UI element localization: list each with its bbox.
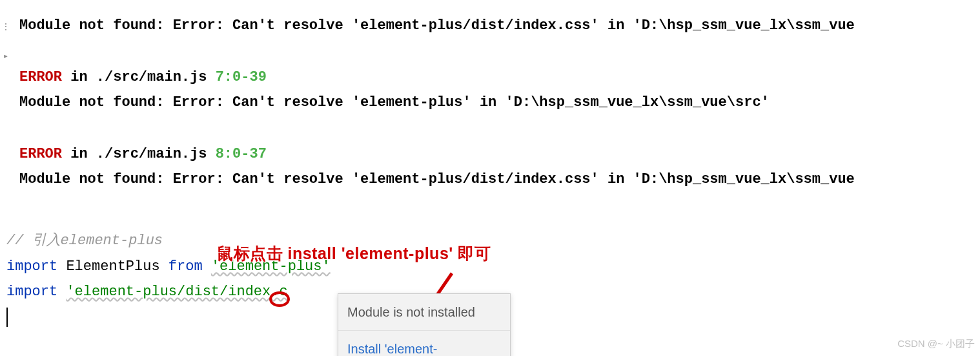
- gutter-expand-icon: ▸: [3, 48, 8, 65]
- gutter: ⋮ ▸: [0, 19, 12, 65]
- terminal-line: Module not found: Error: Can't resolve '…: [19, 13, 961, 39]
- gutter-marker-icon: ⋮: [1, 19, 10, 36]
- terminal-line: Module not found: Error: Can't resolve '…: [19, 90, 961, 116]
- tooltip-header: Module is not installed: [338, 294, 510, 331]
- error-label: ERROR: [19, 69, 62, 85]
- error-label: ERROR: [19, 146, 62, 162]
- terminal-error-line: ERROR in ./src/main.js 7:0-39: [19, 65, 961, 90]
- terminal-error-line: ERROR in ./src/main.js 8:0-37: [19, 141, 961, 167]
- annotation-callout: 鼠标点击 install 'element-plus' 即可: [217, 239, 491, 268]
- terminal-output: Module not found: Error: Can't resolve '…: [0, 0, 980, 193]
- watermark: CSDN @~ 小团子: [897, 335, 975, 352]
- terminal-line: Module not found: Error: Can't resolve '…: [19, 167, 961, 193]
- tooltip-action-row[interactable]: Install 'element-plus' Alt+Shift: [338, 331, 510, 356]
- intention-tooltip: Module is not installed Install 'element…: [338, 293, 511, 356]
- shortcut-hint: Alt+Shift: [457, 350, 501, 356]
- install-module-link[interactable]: Install 'element-plus': [347, 337, 457, 356]
